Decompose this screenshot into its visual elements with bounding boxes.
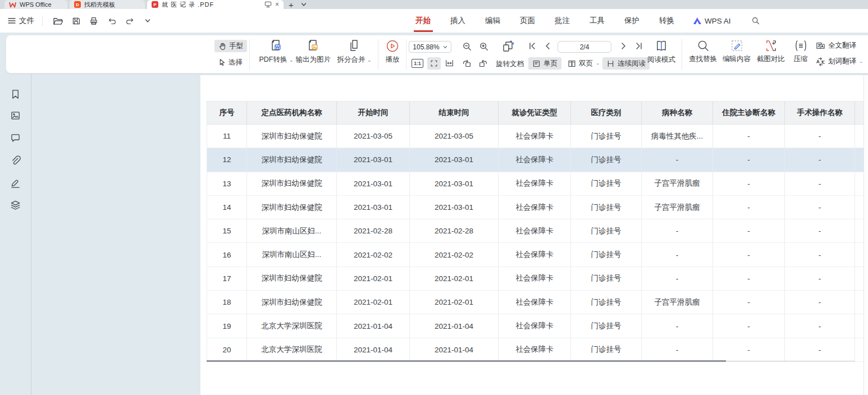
page-number-input[interactable]: 2/4 xyxy=(558,41,611,53)
compress-button[interactable]: 压缩 xyxy=(789,39,812,64)
quick-access-chevron-icon[interactable] xyxy=(140,13,155,28)
layers-panel-icon[interactable] xyxy=(10,200,21,210)
continuous-read-button[interactable]: 连续阅读 xyxy=(602,57,650,70)
find-replace-button[interactable]: 查找替换 xyxy=(687,39,719,64)
table-cell: 门诊挂号 xyxy=(571,196,642,219)
thumbnails-panel-icon[interactable] xyxy=(10,111,21,121)
last-page-button[interactable] xyxy=(635,42,643,50)
redo-icon[interactable] xyxy=(122,13,137,28)
swap-pages-button[interactable] xyxy=(501,40,515,53)
select-tool-label: 选择 xyxy=(229,58,243,67)
edit-content-button[interactable]: 编辑内容 xyxy=(720,39,753,64)
open-file-icon[interactable] xyxy=(51,13,65,28)
table-cell: 社会保障卡 xyxy=(499,243,571,266)
ribbon-tab-insert[interactable]: 插入 xyxy=(449,13,467,28)
ribbon-tab-edit[interactable]: 编辑 xyxy=(484,13,501,28)
table-cell: 2021-03-01 xyxy=(410,196,499,219)
table-cell: - xyxy=(785,291,855,314)
fit-width-button[interactable] xyxy=(445,59,454,67)
table-cell: 2021-02-02 xyxy=(337,243,410,266)
table-cell: 2021-02-02 xyxy=(410,243,499,266)
table-cell: 18 xyxy=(207,291,247,314)
cast-screen-icon[interactable] xyxy=(264,1,272,8)
table-row: 11深圳市妇幼保健院2021-03-052021-03-05社会保障卡门诊挂号病… xyxy=(207,125,864,148)
fit-page-button[interactable] xyxy=(427,57,441,70)
table-cell xyxy=(855,219,864,242)
bookmarks-panel-icon[interactable] xyxy=(10,89,21,100)
ribbon-tab-tools[interactable]: 工具 xyxy=(588,13,606,28)
medical-records-table: 序号定点医药机构名称开始时间结束时间就诊凭证类型医疗类别病种名称住院主诊断名称手… xyxy=(207,101,864,362)
word-translate-button[interactable]: 划词翻译 ⌄ xyxy=(816,57,864,66)
pdf-convert-icon xyxy=(269,39,284,53)
comments-panel-icon[interactable] xyxy=(10,133,21,143)
table-cell: 深圳市南山区妇... xyxy=(247,243,337,266)
double-page-button[interactable]: 双页 ⌄ xyxy=(564,57,604,70)
single-page-button[interactable]: 单页 xyxy=(528,57,561,70)
table-cell xyxy=(855,291,864,314)
table-cell: 门诊挂号 xyxy=(571,172,642,195)
ribbon-tab-comment[interactable]: 批注 xyxy=(554,13,571,28)
tab-wps-office[interactable]: WPS Office xyxy=(4,0,67,9)
edit-content-icon xyxy=(730,39,744,53)
screenshot-compare-button[interactable]: 截图对比 xyxy=(755,39,787,64)
table-cell: - xyxy=(642,338,713,361)
ribbon-tab-page[interactable]: 页面 xyxy=(519,13,536,28)
new-tab-button[interactable]: + xyxy=(289,0,294,9)
wps-ai-button[interactable]: WPS AI xyxy=(693,17,731,25)
play-button[interactable]: 播放 xyxy=(380,39,405,65)
table-cell: 2021-02-28 xyxy=(410,219,499,242)
close-tab-icon[interactable]: × xyxy=(275,1,279,8)
zoom-out-button[interactable] xyxy=(462,42,472,52)
table-cell: 门诊挂号 xyxy=(571,314,642,337)
divider xyxy=(406,39,406,70)
table-cell: 社会保障卡 xyxy=(499,267,571,290)
document-viewport[interactable]: 序号定点医药机构名称开始时间结束时间就诊凭证类型医疗类别病种名称住院主诊断名称手… xyxy=(31,74,868,395)
wps-ai-label: WPS AI xyxy=(705,17,731,25)
actual-size-button[interactable]: 1:1 xyxy=(412,59,423,68)
tab-docer-templates[interactable]: D 找稻壳模板 xyxy=(70,0,145,9)
zoom-level-select[interactable]: 105.88% xyxy=(409,41,451,53)
table-cell xyxy=(855,267,864,290)
ribbon-tab-convert[interactable]: 转换 xyxy=(658,13,675,28)
full-translate-button[interactable]: 全文翻译 xyxy=(816,41,856,50)
table-cell: 深圳市妇幼保健院 xyxy=(247,267,337,290)
table-row: 12深圳市妇幼保健院2021-03-012021-03-01社会保障卡门诊挂号-… xyxy=(207,148,864,172)
table-header-cell: 医疗类别 xyxy=(571,101,642,125)
vertical-scrollbar[interactable] xyxy=(864,75,868,395)
ribbon-tab-home[interactable]: 开始 xyxy=(414,13,432,28)
find-replace-label: 查找替换 xyxy=(689,54,717,64)
table-cell: - xyxy=(642,314,713,337)
next-page-button[interactable] xyxy=(620,42,627,50)
read-mode-button[interactable]: 阅读模式 xyxy=(645,39,678,65)
rotate-right-button[interactable] xyxy=(478,59,488,68)
prev-page-button[interactable] xyxy=(544,42,551,50)
table-cell: - xyxy=(713,243,785,266)
table-cell: 社会保障卡 xyxy=(499,125,571,148)
hand-tool-button[interactable]: 手型 xyxy=(214,40,247,52)
table-cell xyxy=(855,125,864,148)
save-icon[interactable] xyxy=(68,13,83,28)
full-translate-icon xyxy=(816,42,825,50)
tab-medical-record-pdf[interactable]: P 就 医 记 录 .PDF × xyxy=(147,0,284,9)
file-menu-label: 文件 xyxy=(19,16,34,26)
table-header-cell: 定点医药机构名称 xyxy=(247,101,337,125)
attachments-panel-icon[interactable] xyxy=(10,155,21,166)
zoom-out-icon xyxy=(462,42,472,52)
split-merge-button[interactable]: 拆分合并 ⌄ xyxy=(334,39,375,65)
file-menu-button[interactable]: 文件 xyxy=(8,13,34,28)
table-cell: - xyxy=(785,148,855,171)
ribbon-tab-protect[interactable]: 保护 xyxy=(623,13,641,28)
signature-panel-icon[interactable] xyxy=(10,177,21,188)
zoom-in-button[interactable] xyxy=(479,42,489,52)
pdf-convert-label: PDF转换 ⌄ xyxy=(259,55,293,65)
menu-search-icon[interactable] xyxy=(748,13,763,28)
first-page-button[interactable] xyxy=(528,42,536,50)
table-header-cell: 手术操作名称 xyxy=(785,101,855,125)
export-image-button[interactable]: 输出为图片 xyxy=(291,39,335,65)
rotate-left-button[interactable] xyxy=(462,59,472,68)
undo-icon[interactable] xyxy=(104,13,119,28)
find-replace-icon xyxy=(696,39,710,53)
select-tool-button[interactable]: 选择 xyxy=(214,56,246,68)
print-icon[interactable] xyxy=(86,13,101,28)
tab-list-chevron-icon[interactable] xyxy=(301,0,307,9)
